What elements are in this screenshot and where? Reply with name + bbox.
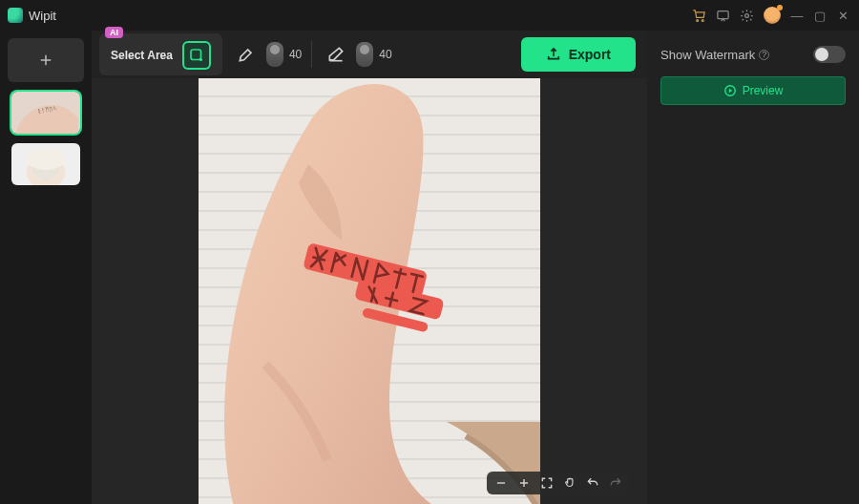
svg-rect-8 — [191, 50, 201, 60]
pan-button[interactable] — [563, 476, 576, 490]
redo-button[interactable] — [609, 476, 622, 490]
show-watermark-toggle[interactable] — [813, 46, 846, 63]
thumbnail-2[interactable] — [11, 143, 80, 185]
close-button[interactable]: ✕ — [836, 9, 849, 23]
brush-size-value: 40 — [289, 48, 302, 61]
zoom-out-button[interactable] — [494, 476, 508, 490]
svg-point-1 — [702, 19, 703, 21]
gear-icon[interactable] — [740, 9, 754, 23]
info-icon[interactable]: ? — [759, 50, 769, 60]
separator — [311, 41, 312, 68]
marquee-tool-button[interactable] — [182, 41, 211, 70]
app-title: Wipit — [29, 9, 56, 23]
add-image-button[interactable] — [8, 38, 84, 82]
avatar[interactable] — [764, 7, 781, 24]
svg-rect-2 — [718, 10, 728, 18]
svg-point-3 — [745, 13, 749, 17]
eraser-tool-button[interactable] — [322, 40, 350, 69]
sidebar: ᚱᚨᛗᛖᛋ — [0, 31, 92, 504]
editor-area: AI Select Area 40 40 — [92, 31, 647, 504]
svg-point-0 — [697, 19, 699, 21]
eraser-group: 40 — [322, 40, 391, 69]
preview-button[interactable]: Preview — [660, 76, 846, 105]
brush-tool-button[interactable] — [232, 40, 261, 69]
maximize-button[interactable]: ▢ — [813, 9, 827, 23]
eraser-size-knob[interactable] — [356, 42, 373, 67]
thumbnail-1[interactable]: ᚱᚨᛗᛖᛋ — [11, 92, 80, 134]
show-watermark-label: Show Watermark — [660, 48, 755, 62]
preview-label: Preview — [743, 84, 784, 97]
brush-group: 40 — [232, 40, 302, 69]
fit-screen-button[interactable] — [540, 476, 554, 490]
undo-button[interactable] — [586, 476, 599, 490]
chat-icon[interactable] — [716, 9, 730, 23]
toolbar: AI Select Area 40 40 — [92, 31, 647, 78]
cart-icon[interactable] — [692, 9, 706, 23]
canvas-wrap — [92, 78, 647, 504]
canvas-controls — [487, 472, 630, 494]
export-label: Export — [569, 47, 611, 62]
app-logo — [8, 8, 23, 23]
right-panel: Show Watermark ? Preview — [647, 31, 859, 504]
ai-badge: AI — [105, 27, 123, 38]
select-area-label: Select Area — [111, 49, 173, 62]
titlebar: Wipit — ▢ ✕ — [0, 0, 859, 31]
select-area-chip: AI Select Area — [99, 33, 222, 75]
eraser-size-value: 40 — [379, 48, 391, 61]
zoom-in-button[interactable] — [517, 476, 531, 490]
brush-size-knob[interactable] — [266, 42, 283, 67]
canvas[interactable] — [199, 78, 540, 504]
export-button[interactable]: Export — [521, 37, 636, 72]
minimize-button[interactable]: — — [790, 9, 804, 23]
